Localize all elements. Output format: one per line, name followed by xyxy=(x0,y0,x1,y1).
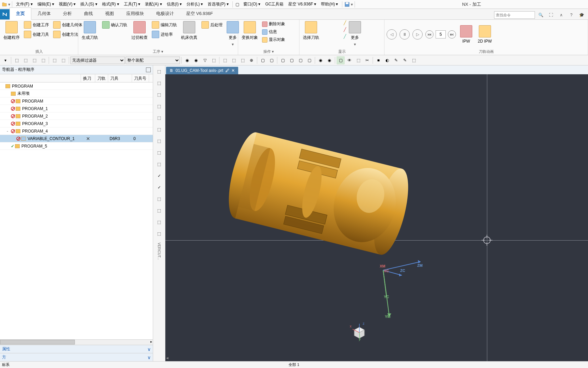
vb-4[interactable]: ⬚ xyxy=(154,102,164,111)
filter-select-2[interactable]: 整个装配 xyxy=(126,57,180,64)
menu-edit[interactable]: 编辑(E) ▾ xyxy=(35,1,56,8)
menu-view[interactable]: 视图(V) ▾ xyxy=(57,1,78,8)
open-icon[interactable] xyxy=(1,1,7,7)
tree-row-3[interactable]: PROGRAM_1 xyxy=(0,105,153,112)
tb-icon-18[interactable]: ▢ xyxy=(259,56,267,64)
tb-icon-3[interactable]: ⬚ xyxy=(21,56,30,64)
navigator-pin-icon[interactable] xyxy=(146,67,151,72)
2d-ipw-button[interactable]: 2D IPW xyxy=(476,25,493,44)
display-icon-2[interactable] xyxy=(322,32,331,42)
select-toolpath-button[interactable]: 选择刀轨 xyxy=(301,20,321,41)
menu-assembly[interactable]: 装配(A) ▾ xyxy=(143,1,164,8)
vb-5[interactable]: ⬚ xyxy=(154,113,164,123)
3d-viewport[interactable]: XM XC ZC ZM YC YM x xyxy=(165,74,588,361)
menu-gctoolbox[interactable]: GC工具箱 xyxy=(263,1,285,8)
col-toolnum[interactable]: 刀具号 xyxy=(132,74,149,82)
menu-format[interactable]: 格式(R) ▾ xyxy=(100,1,121,8)
create-tool-button[interactable]: 创建刀具 xyxy=(22,30,50,39)
display-icon-1[interactable] xyxy=(322,20,331,30)
vb-10[interactable]: ✓ xyxy=(154,171,164,181)
tab-view[interactable]: 视图 xyxy=(99,8,120,19)
transform-button[interactable]: 变换对象 xyxy=(240,20,259,41)
tree-row-0[interactable]: PROGRAM xyxy=(0,82,153,90)
tab-home[interactable]: 主页 xyxy=(10,7,31,20)
tb-icon-16[interactable]: ⬚ xyxy=(239,56,247,64)
anim-step-back-button[interactable]: ⏮ xyxy=(425,30,434,39)
tab-appmodule[interactable]: 应用模块 xyxy=(120,8,150,19)
tb-icon-15[interactable]: ⬚ xyxy=(230,56,238,64)
tree-row-7[interactable]: VARIABLE_CONTOUR_1✕D6R30 xyxy=(0,135,153,142)
verify-toolpath-button[interactable]: 确认刀轨 xyxy=(101,20,129,29)
tb-icon-22[interactable]: ▢ xyxy=(296,56,305,64)
show-object-button[interactable]: 显示对象 xyxy=(261,36,287,43)
anim-pause-button[interactable]: ⏸ xyxy=(399,29,410,40)
anim-play-button[interactable]: ▷ xyxy=(412,29,423,40)
tree-row-8[interactable]: ✓PROGRAM_5 xyxy=(0,142,153,150)
anim-step-fwd-button[interactable]: ⏭ xyxy=(448,30,456,39)
tb-icon-17[interactable]: ⊕ xyxy=(247,56,256,64)
line-icon-2[interactable]: ╱ xyxy=(344,27,346,32)
tb-icon-32[interactable]: ✎ xyxy=(392,56,400,64)
fullscreen-icon[interactable]: ⛶ xyxy=(546,11,555,19)
vb-7[interactable]: ⬚ xyxy=(154,136,164,146)
menu-starsky[interactable]: 星空 V6.936F ▾ xyxy=(286,1,318,8)
tb-icon-21[interactable]: ▢ xyxy=(288,56,296,64)
tab-analysis[interactable]: 分析 xyxy=(57,8,78,19)
tb-icon-26[interactable]: ▢ xyxy=(337,56,345,64)
col-tool[interactable]: 刀具 xyxy=(108,74,132,82)
vb-13[interactable]: ⬚ xyxy=(154,206,164,215)
tree-row-1[interactable]: 未用项 xyxy=(0,90,153,97)
vb-3[interactable]: ⬚ xyxy=(154,90,164,99)
tb-icon-25[interactable]: ◉ xyxy=(325,56,333,64)
menu-analysis[interactable]: 分析(L) ▾ xyxy=(184,1,205,8)
menu-window[interactable]: 窗口(O) ▾ xyxy=(241,1,263,8)
tb-icon-7[interactable]: ⬚ xyxy=(59,56,67,64)
anim-speed-input[interactable] xyxy=(436,30,446,39)
tb-icon-31[interactable]: ◐ xyxy=(383,56,391,64)
menu-help[interactable]: 帮助(H) ▾ xyxy=(319,1,340,8)
properties-panel-header[interactable]: 属性∨ xyxy=(0,345,153,353)
create-program-button[interactable]: 创建程序 xyxy=(2,20,21,41)
tb-icon-6[interactable]: ⬚ xyxy=(50,56,59,64)
delete-object-button[interactable]: 删除对象 xyxy=(261,20,287,28)
tree-row-6[interactable]: -PROGRAM_4 xyxy=(0,127,153,135)
display-more-button[interactable]: 更多▾ xyxy=(347,20,362,47)
anim-rewind-button[interactable]: ◁ xyxy=(387,29,397,40)
tb-icon-13[interactable]: ⬚ xyxy=(210,56,218,64)
machine-sim-button[interactable]: 机床仿真 xyxy=(180,20,199,41)
tb-icon-28[interactable]: ⬚ xyxy=(354,56,362,64)
save-icon[interactable] xyxy=(344,1,350,7)
tb-icon-27[interactable]: 👁 xyxy=(345,56,354,64)
tree-row-5[interactable]: PROGRAM_3 xyxy=(0,120,153,127)
info-button[interactable]: 信息 xyxy=(261,28,287,35)
tb-icon-14[interactable]: ⬚ xyxy=(221,56,229,64)
vb-15[interactable]: ⬚ xyxy=(154,229,164,239)
tab-curve[interactable]: 曲线 xyxy=(78,8,99,19)
tb-icon-5[interactable]: ⬚ xyxy=(39,56,47,64)
document-tab[interactable]: 🗎 01.UG_CAM-Tool axis-.prt 🖉 ✕ xyxy=(166,67,238,74)
menu-tools[interactable]: 工具(T) ▾ xyxy=(122,1,143,8)
help-icon[interactable]: ? xyxy=(567,11,576,19)
line-icon-3[interactable]: ╱ xyxy=(344,34,346,39)
tb-icon-4[interactable]: ⬚ xyxy=(30,56,38,64)
edit-toolpath-button[interactable]: 编辑刀轨 xyxy=(150,20,178,29)
filter-select-1[interactable]: 无选择过滤器 xyxy=(70,57,125,64)
vb-8[interactable]: ⬚ xyxy=(154,148,164,157)
menu-prefs[interactable]: 首选项(P) ▾ xyxy=(206,1,230,8)
col-toolchange[interactable]: 换刀 xyxy=(81,74,95,82)
vb-6[interactable]: ⬚ xyxy=(154,125,164,134)
other-panel-header[interactable]: 方∨ xyxy=(0,353,153,361)
tb-icon-11[interactable]: ◉ xyxy=(192,56,200,64)
viewport-left-arrow[interactable]: ◂ xyxy=(166,355,168,361)
menu-info[interactable]: 信息(I) ▾ xyxy=(165,1,184,8)
vb-11[interactable]: ✓ xyxy=(154,183,164,192)
tab-starsky[interactable]: 星空 V6.936F xyxy=(180,8,219,19)
display-icon-3[interactable] xyxy=(333,20,342,30)
ipw-button[interactable]: IPW xyxy=(459,25,474,44)
tb-icon-34[interactable]: ⬚ xyxy=(410,56,418,64)
vb-9[interactable]: ⬚ xyxy=(154,159,164,169)
tb-icon-19[interactable]: ▢ xyxy=(267,56,276,64)
tb-icon-30[interactable]: ■ xyxy=(374,56,382,64)
tb-icon-23[interactable]: ▢ xyxy=(305,56,313,64)
up-icon[interactable]: ∧ xyxy=(557,11,566,19)
